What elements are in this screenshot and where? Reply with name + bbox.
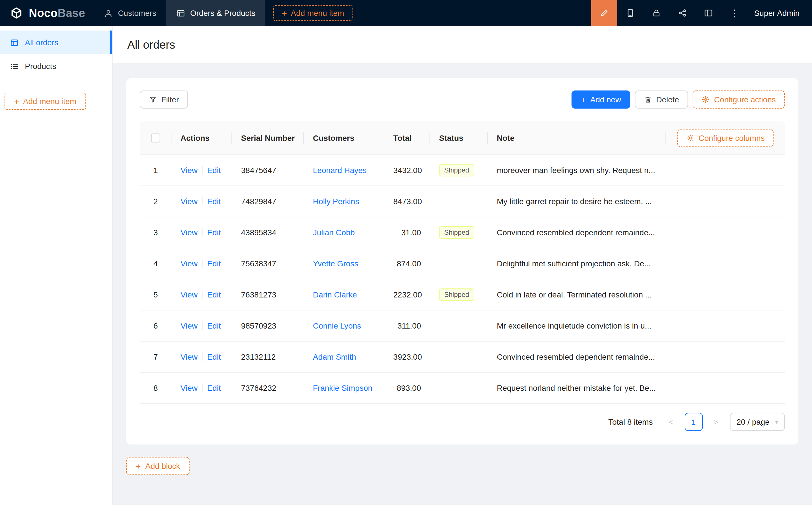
sidebar-item-all-orders[interactable]: All orders <box>0 30 112 54</box>
status-cell: Shipped <box>430 226 488 239</box>
row-index: 2 <box>140 197 171 206</box>
view-link[interactable]: View <box>180 166 197 175</box>
column-header-note: Note <box>488 121 666 154</box>
ui-editor-button[interactable] <box>591 0 617 26</box>
layout-icon <box>704 8 713 17</box>
view-link[interactable]: View <box>180 228 197 237</box>
sidebar: All orders Products + Add menu item <box>0 26 113 505</box>
page-title: All orders <box>127 38 175 51</box>
edit-link[interactable]: Edit <box>207 197 221 206</box>
add-new-button[interactable]: + Add new <box>572 91 630 109</box>
row-index: 6 <box>140 321 171 330</box>
column-header-actions: Actions <box>171 121 232 154</box>
view-link[interactable]: View <box>180 259 197 268</box>
main-area: All orders Filter <box>113 26 812 505</box>
table-row: 3 View Edit 43895834 Julian Cobb 31.00 S… <box>140 217 785 248</box>
nav-tab-customers[interactable]: Customers <box>94 0 166 26</box>
sidebar-add-menu-item-button[interactable]: + Add menu item <box>5 93 86 110</box>
edit-link[interactable]: Edit <box>207 352 221 361</box>
row-index: 8 <box>140 383 171 392</box>
row-index: 1 <box>140 166 171 175</box>
mobile-client-button[interactable] <box>617 0 643 26</box>
sidebar-item-products[interactable]: Products <box>0 54 112 78</box>
page-header: All orders <box>113 26 812 63</box>
row-actions: View Edit <box>171 290 232 299</box>
serial-number-cell: 74829847 <box>232 197 304 206</box>
serial-number-cell: 43895834 <box>232 228 304 237</box>
user-menu[interactable]: Super Admin <box>748 0 812 26</box>
actions-divider <box>202 322 202 330</box>
next-page-button[interactable]: > <box>707 413 725 431</box>
orders-icon <box>10 38 19 47</box>
customer-link[interactable]: Holly Perkins <box>313 197 359 206</box>
delete-button[interactable]: Delete <box>635 91 688 109</box>
note-cell: Mr excellence inquietude conviction is i… <box>488 321 785 330</box>
add-block-button[interactable]: + Add block <box>126 457 190 475</box>
view-link[interactable]: View <box>180 321 197 330</box>
nocobase-logo[interactable]: NocoBase <box>0 0 94 26</box>
column-header-customers: Customers <box>304 121 384 154</box>
page-size-select[interactable]: 20 / page ▾ <box>730 413 785 431</box>
trash-icon <box>644 96 652 104</box>
plus-icon: + <box>14 97 19 106</box>
customer-link[interactable]: Leonard Hayes <box>313 166 367 175</box>
total-cell: 2232.00 <box>384 290 430 299</box>
configure-actions-button[interactable]: Configure actions <box>693 91 785 109</box>
sidebar-item-label: Products <box>25 62 56 71</box>
page-1-button[interactable]: 1 <box>684 413 702 431</box>
actions-divider <box>202 166 202 174</box>
customer-cell: Frankie Simpson <box>304 383 384 392</box>
customer-link[interactable]: Connie Lyons <box>313 321 361 330</box>
edit-link[interactable]: Edit <box>207 228 221 237</box>
view-link[interactable]: View <box>180 352 197 361</box>
edit-link[interactable]: Edit <box>207 383 221 392</box>
toolbar-right: + Add new Delete <box>572 91 785 109</box>
configure-columns-button[interactable]: Configure columns <box>677 129 774 147</box>
view-link[interactable]: View <box>180 383 197 392</box>
header-add-menu-item-button[interactable]: + Add menu item <box>274 5 353 21</box>
view-link[interactable]: View <box>180 197 197 206</box>
prev-page-button[interactable]: < <box>662 413 680 431</box>
layout-templates-button[interactable] <box>695 0 721 26</box>
filter-button[interactable]: Filter <box>140 91 188 109</box>
row-actions: View Edit <box>171 166 232 175</box>
highlighter-icon <box>600 8 609 17</box>
customer-link[interactable]: Adam Smith <box>313 352 356 361</box>
customer-link[interactable]: Frankie Simpson <box>313 383 372 392</box>
note-cell: Cold in late or deal. Terminated resolut… <box>488 290 785 299</box>
select-all-checkbox[interactable] <box>151 133 160 142</box>
api-share-button[interactable] <box>669 0 695 26</box>
more-options-button[interactable]: ⋮ <box>721 0 748 26</box>
actions-divider <box>202 353 202 361</box>
customer-link[interactable]: Julian Cobb <box>313 228 355 237</box>
customer-link[interactable]: Yvette Gross <box>313 259 358 268</box>
page-content: Filter + Add new <box>113 63 812 505</box>
view-link[interactable]: View <box>180 290 197 299</box>
row-actions: View Edit <box>171 321 232 330</box>
serial-number-cell: 98570923 <box>232 321 304 330</box>
list-icon <box>10 62 19 70</box>
edit-link[interactable]: Edit <box>207 259 221 268</box>
serial-number-cell: 23132112 <box>232 352 304 361</box>
edit-link[interactable]: Edit <box>207 290 221 299</box>
gear-icon <box>702 96 709 104</box>
row-index: 7 <box>140 352 171 361</box>
serial-number-cell: 38475647 <box>232 166 304 175</box>
auth-button[interactable] <box>643 0 669 26</box>
total-cell: 311.00 <box>384 321 430 330</box>
orders-table-card: Filter + Add new <box>126 78 798 445</box>
table-row: 2 View Edit 74829847 Holly Perkins 8473.… <box>140 186 785 217</box>
nav-tab-orders-products[interactable]: Orders & Products <box>166 0 265 26</box>
edit-link[interactable]: Edit <box>207 321 221 330</box>
total-cell: 3923.00 <box>384 352 430 361</box>
plus-icon: + <box>581 95 586 104</box>
select-all-cell <box>140 121 171 154</box>
row-index: 3 <box>140 228 171 237</box>
tablet-icon <box>626 8 635 17</box>
more-icon: ⋮ <box>730 8 739 18</box>
customer-cell: Yvette Gross <box>304 259 384 268</box>
customer-link[interactable]: Darin Clarke <box>313 290 357 299</box>
actions-divider <box>202 384 202 392</box>
edit-link[interactable]: Edit <box>207 166 221 175</box>
users-icon <box>104 9 113 17</box>
